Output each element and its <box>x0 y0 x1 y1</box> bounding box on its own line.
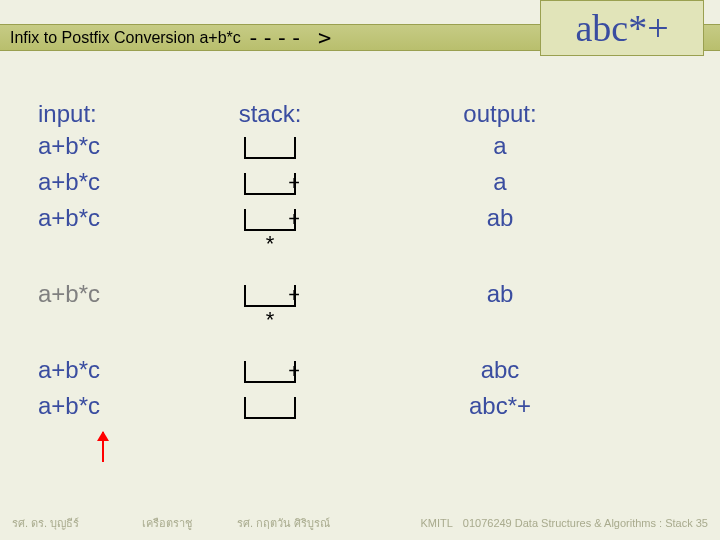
table-row: a+b*c abc*+ <box>0 392 720 420</box>
result-box: abc*+ <box>540 0 704 56</box>
stack-tray <box>244 397 296 419</box>
content: input: stack: output: a+b*c a a+b*c + a … <box>0 100 720 420</box>
title-arrow: ---- > <box>247 25 332 50</box>
footer-author1b: เครือตราชู <box>142 514 237 532</box>
stack-cell: + <box>170 168 370 196</box>
stack-cell: + * <box>170 280 370 332</box>
header-output: output: <box>370 100 630 128</box>
stack-tray: + <box>244 361 296 383</box>
header-stack: stack: <box>170 100 370 128</box>
input-cell: a+b*c <box>0 168 170 196</box>
output-cell: abc <box>370 356 630 384</box>
header-input: input: <box>0 100 170 128</box>
input-cell: a+b*c <box>0 132 170 160</box>
footer-author1: รศ. ดร. บุญธีร์ <box>12 514 142 532</box>
stack-cell: + <box>170 356 370 384</box>
table-row: a+b*c + abc <box>0 356 720 384</box>
footer: รศ. ดร. บุญธีร์ เครือตราชู รศ. กฤตวัน ศิ… <box>0 514 720 532</box>
footer-author2: รศ. กฤตวัน ศิริบูรณ์ <box>237 514 403 532</box>
output-cell: abc*+ <box>370 392 630 420</box>
stack-tray: + <box>244 209 296 231</box>
header-row: input: stack: output: <box>0 100 720 128</box>
footer-course: 01076249 Data Structures & Algorithms : … <box>463 517 708 529</box>
input-cell: a+b*c <box>0 392 170 420</box>
title-text: Infix to Postfix Conversion a+b*c <box>10 29 241 47</box>
table-row: a+b*c + * ab <box>0 280 720 332</box>
stack-symbol: + <box>270 361 318 381</box>
stack-cell: + * <box>170 204 370 256</box>
result-text: abc*+ <box>575 6 668 50</box>
stack-below: * <box>170 308 370 332</box>
up-arrow-icon <box>102 432 104 462</box>
output-cell: ab <box>370 204 630 232</box>
stack-symbol: + <box>270 209 318 229</box>
stack-symbol: + <box>270 173 318 193</box>
output-cell: a <box>370 168 630 196</box>
footer-inst: KMITL <box>403 517 463 529</box>
table-row: a+b*c + * ab <box>0 204 720 256</box>
stack-cell <box>170 132 370 160</box>
stack-below: * <box>170 232 370 256</box>
stack-tray: + <box>244 285 296 307</box>
input-cell: a+b*c <box>0 204 170 232</box>
table-row: a+b*c + a <box>0 168 720 196</box>
stack-symbol: + <box>270 285 318 305</box>
stack-tray: + <box>244 173 296 195</box>
output-cell: a <box>370 132 630 160</box>
stack-cell <box>170 392 370 420</box>
input-cell: a+b*c <box>0 356 170 384</box>
stack-tray <box>244 137 296 159</box>
input-cell: a+b*c <box>0 280 170 308</box>
table-row: a+b*c a <box>0 132 720 160</box>
output-cell: ab <box>370 280 630 308</box>
